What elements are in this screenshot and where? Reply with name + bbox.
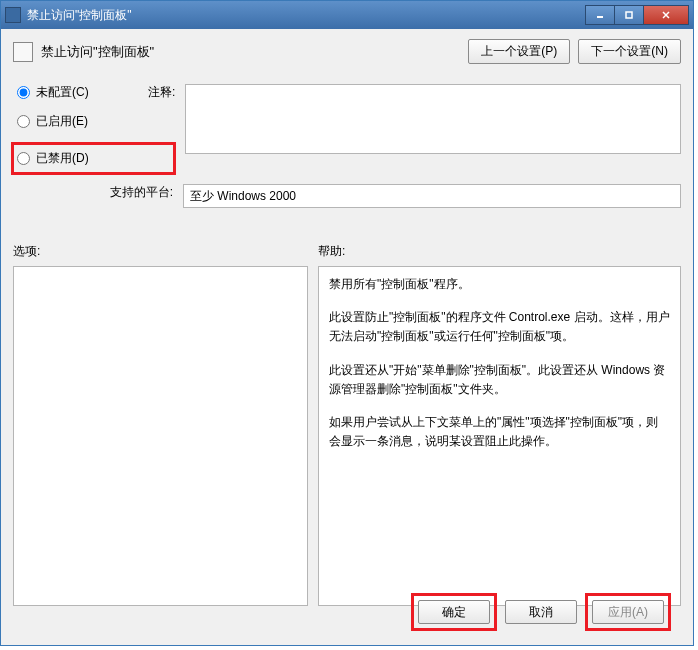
policy-title: 禁止访问"控制面板" [41,43,460,61]
comment-row: 注释: [183,84,681,154]
minimize-icon [595,10,605,20]
radio-input-enabled[interactable] [17,115,30,128]
dialog-content: 禁止访问"控制面板" 上一个设置(P) 下一个设置(N) 未配置(C) 已启用(… [1,29,693,645]
apply-button[interactable]: 应用(A) [592,600,664,624]
help-p4: 如果用户尝试从上下文菜单上的"属性"项选择"控制面板"项，则会显示一条消息，说明… [329,413,670,451]
fields-column: 注释: [183,84,681,175]
panel-labels: 选项: 帮助: [13,243,681,260]
platform-row: 支持的平台: 至少 Windows 2000 [13,184,681,208]
close-button[interactable] [643,5,689,25]
radio-input-not-configured[interactable] [17,86,30,99]
ok-button[interactable]: 确定 [418,600,490,624]
window-controls [586,5,689,25]
policy-editor-window: 禁止访问"控制面板" 禁止访问"控制面板" 上一个设置(P) 下一个设置(N) [0,0,694,646]
window-title: 禁止访问"控制面板" [27,7,586,24]
radio-label-not-configured: 未配置(C) [36,84,89,101]
maximize-icon [624,10,634,20]
upper-section: 未配置(C) 已启用(E) 已禁用(D) 注释: [13,84,681,175]
supported-platform-box: 至少 Windows 2000 [183,184,681,208]
policy-icon [13,42,33,62]
help-panel: 禁用所有"控制面板"程序。 此设置防止"控制面板"的程序文件 Control.e… [318,266,681,606]
platform-label: 支持的平台: [110,185,173,199]
maximize-button[interactable] [614,5,644,25]
next-setting-button[interactable]: 下一个设置(N) [578,39,681,64]
dialog-footer: 确定 取消 应用(A) [13,579,681,635]
help-p1: 禁用所有"控制面板"程序。 [329,275,670,294]
radio-input-disabled[interactable] [17,152,30,165]
panels-row: 禁用所有"控制面板"程序。 此设置防止"控制面板"的程序文件 Control.e… [13,266,681,579]
radio-label-disabled: 已禁用(D) [36,150,89,167]
ok-highlight: 确定 [411,593,497,631]
minimize-button[interactable] [585,5,615,25]
help-label: 帮助: [318,243,681,260]
comment-label: 注释: [148,84,175,154]
prev-setting-button[interactable]: 上一个设置(P) [468,39,570,64]
window-icon [5,7,21,23]
comment-textarea[interactable] [185,84,681,154]
svg-rect-1 [626,12,632,18]
header-row: 禁止访问"控制面板" 上一个设置(P) 下一个设置(N) [13,39,681,64]
close-icon [661,10,671,20]
platform-text: 至少 Windows 2000 [190,189,296,203]
titlebar: 禁止访问"控制面板" [1,1,693,29]
cancel-button[interactable]: 取消 [505,600,577,624]
options-panel [13,266,308,606]
options-label: 选项: [13,243,318,260]
apply-highlight: 应用(A) [585,593,671,631]
help-p3: 此设置还从"开始"菜单删除"控制面板"。此设置还从 Windows 资源管理器删… [329,361,670,399]
radio-label-enabled: 已启用(E) [36,113,88,130]
help-p2: 此设置防止"控制面板"的程序文件 Control.exe 启动。这样，用户无法启… [329,308,670,346]
